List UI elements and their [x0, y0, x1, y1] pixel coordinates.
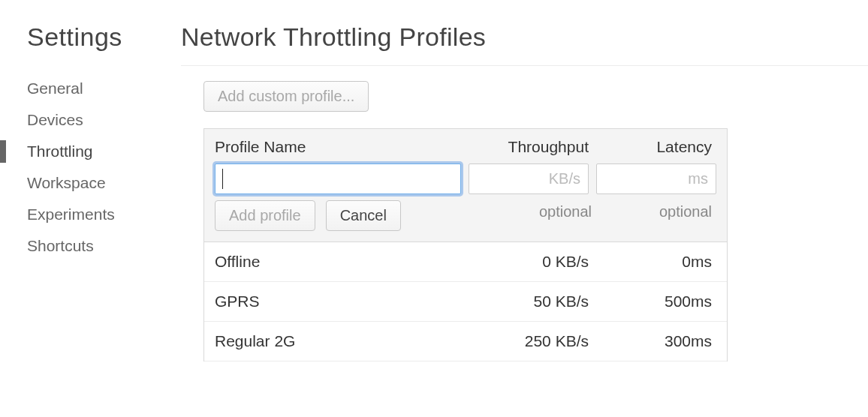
profile-latency: 0ms [596, 253, 716, 271]
throughput-optional-label: optional [476, 200, 596, 231]
sidebar-item-experiments[interactable]: Experiments [27, 199, 181, 230]
profile-latency: 500ms [596, 292, 716, 310]
table-header: Profile Name Throughput Latency [204, 129, 727, 159]
profile-throughput: 50 KB/s [476, 292, 596, 310]
profile-name: Offline [215, 253, 476, 271]
column-latency: Latency [596, 138, 716, 156]
throughput-input[interactable] [469, 164, 589, 194]
profile-throughput: 250 KB/s [476, 332, 596, 350]
latency-input[interactable] [596, 164, 716, 194]
profile-name-input[interactable] [215, 164, 461, 194]
table-row[interactable]: Regular 2G 250 KB/s 300ms [204, 322, 727, 362]
sidebar-item-general[interactable]: General [27, 73, 181, 104]
new-profile-actions: Add profile Cancel optional optional [204, 194, 727, 242]
cancel-button[interactable]: Cancel [326, 200, 401, 231]
new-profile-row [204, 159, 727, 194]
sidebar-item-devices[interactable]: Devices [27, 104, 181, 136]
table-row[interactable]: GPRS 50 KB/s 500ms [204, 282, 727, 322]
profiles-table: Profile Name Throughput Latency Add prof… [203, 128, 728, 362]
profile-name: Regular 2G [215, 332, 476, 350]
latency-optional-label: optional [596, 200, 716, 231]
add-custom-profile-button[interactable]: Add custom profile... [203, 81, 369, 112]
column-profile-name: Profile Name [215, 138, 476, 156]
main-panel: Network Throttling Profiles Add custom p… [181, 22, 868, 362]
column-throughput: Throughput [476, 138, 596, 156]
sidebar-item-shortcuts[interactable]: Shortcuts [27, 230, 181, 262]
sidebar-item-throttling[interactable]: Throttling [27, 136, 181, 167]
profile-name: GPRS [215, 292, 476, 310]
title-divider [181, 65, 868, 66]
sidebar-item-workspace[interactable]: Workspace [27, 167, 181, 199]
add-profile-button[interactable]: Add profile [215, 200, 315, 231]
page-title: Network Throttling Profiles [181, 22, 868, 52]
profile-latency: 300ms [596, 332, 716, 350]
table-row[interactable]: Offline 0 KB/s 0ms [204, 242, 727, 282]
settings-sidebar: Settings General Devices Throttling Work… [27, 22, 181, 362]
profile-throughput: 0 KB/s [476, 253, 596, 271]
settings-title: Settings [27, 22, 181, 52]
